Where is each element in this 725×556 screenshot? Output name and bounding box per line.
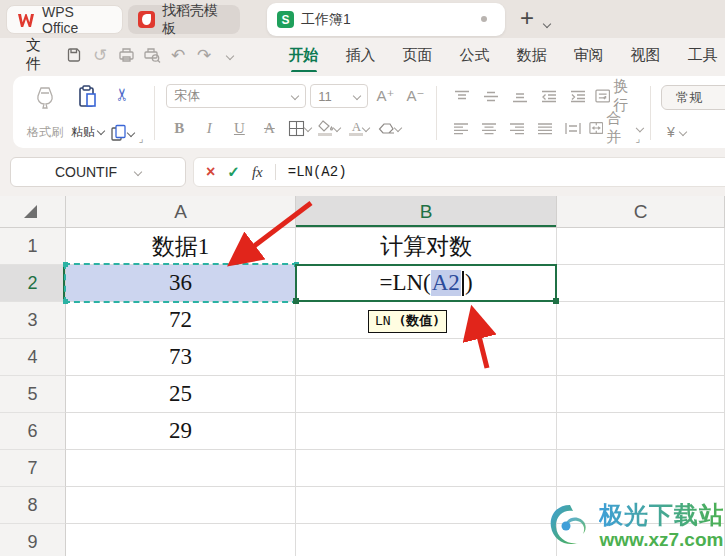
merge-cells-button[interactable]: 合并 [589, 116, 642, 140]
currency-format-button[interactable]: ¥ [661, 124, 725, 140]
cut-button[interactable]: ✂ [112, 83, 133, 107]
align-right-button[interactable] [505, 116, 529, 140]
cell-A2[interactable]: 36 [66, 265, 296, 302]
divider [275, 164, 276, 180]
align-middle-button[interactable] [478, 84, 503, 108]
fill-handle[interactable] [553, 298, 559, 304]
insert-function-button[interactable]: fx [252, 164, 263, 181]
decrease-font-button[interactable]: A⁻ [402, 84, 428, 108]
column-header-B[interactable]: B [296, 196, 557, 228]
cell-C1[interactable] [557, 228, 725, 265]
eraser-button[interactable] [376, 116, 402, 140]
fill-color-button[interactable] [316, 116, 342, 140]
paste-button[interactable]: 粘贴 [67, 82, 108, 144]
print-icon[interactable] [113, 47, 139, 63]
row-header-5[interactable]: 5 [0, 376, 66, 413]
formula-input[interactable]: =LN(A2) [288, 164, 347, 180]
cell-C6[interactable] [557, 413, 725, 450]
confirm-entry-button[interactable]: ✓ [227, 163, 240, 181]
cell-A6[interactable]: 29 [66, 413, 296, 450]
cell-A3[interactable]: 72 [66, 302, 296, 339]
align-center-button[interactable] [477, 116, 501, 140]
tab-home[interactable]: 开始 [275, 46, 332, 65]
font-name-select[interactable]: 宋体 [166, 84, 306, 108]
align-bottom-button[interactable] [507, 84, 532, 108]
cell-C7[interactable] [557, 450, 725, 487]
row-header-1[interactable]: 1 [0, 228, 66, 265]
cell-C5[interactable] [557, 376, 725, 413]
cell-A5[interactable]: 25 [66, 376, 296, 413]
redo-icon[interactable]: ↷ [191, 45, 217, 66]
align-top-button[interactable] [449, 84, 474, 108]
column-header-A[interactable]: A [66, 196, 296, 228]
row-header-2[interactable]: 2 [0, 265, 66, 302]
tab-view[interactable]: 视图 [617, 46, 674, 65]
tab-workbook1[interactable]: S 工作簿1 [267, 3, 505, 36]
cell-A1[interactable]: 数据1 [66, 228, 296, 265]
tab-formulas[interactable]: 公式 [446, 46, 503, 65]
cell-C2[interactable] [557, 265, 725, 302]
cell-C3[interactable] [557, 302, 725, 339]
number-format-select[interactable]: 常规 [661, 85, 725, 110]
format-painter-button[interactable]: 格式刷 [23, 82, 67, 144]
cell-B8[interactable] [296, 487, 557, 524]
increase-font-button[interactable]: A⁺ [372, 84, 398, 108]
alignment-dialog-launcher-icon[interactable]: ⌟ [635, 133, 640, 144]
print-preview-icon[interactable] [139, 47, 165, 63]
cell-B7[interactable] [296, 450, 557, 487]
tab-list-chevron-icon[interactable] [544, 15, 550, 33]
cell-B6[interactable] [296, 413, 557, 450]
cell-A7[interactable] [66, 450, 296, 487]
name-box[interactable]: COUNTIF [10, 157, 186, 187]
cell-B2-edit-box[interactable]: =LN(A2) [295, 264, 557, 302]
decrease-indent-button[interactable] [537, 84, 562, 108]
row-header-7[interactable]: 7 [0, 450, 66, 487]
merge-cells-icon [589, 121, 604, 135]
row-header-6[interactable]: 6 [0, 413, 66, 450]
tab-page[interactable]: 页面 [389, 46, 446, 65]
underline-button[interactable]: U [226, 116, 252, 140]
site-watermark: 极光下载站 www.xz7.com [545, 499, 724, 551]
cancel-entry-button[interactable]: × [206, 163, 215, 181]
new-tab-button[interactable]: + [514, 4, 540, 32]
strikethrough-button[interactable]: A [256, 116, 282, 140]
tab-review[interactable]: 审阅 [560, 46, 617, 65]
cell-C4[interactable] [557, 339, 725, 376]
tab-data[interactable]: 数据 [503, 46, 560, 65]
borders-button[interactable] [286, 116, 312, 140]
cell-A9[interactable] [66, 524, 296, 556]
tab-tools[interactable]: 工具 [674, 46, 725, 65]
cell-B1[interactable]: 计算对数 [296, 228, 557, 265]
quickbar-more-chevron-icon[interactable] [217, 47, 243, 64]
row-header-9[interactable]: 9 [0, 524, 66, 556]
undo-icon[interactable]: ↶ [165, 45, 191, 66]
bold-button[interactable]: B [166, 116, 192, 140]
row-header-3[interactable]: 3 [0, 302, 66, 339]
tab-insert[interactable]: 插入 [332, 46, 389, 65]
cell-A8[interactable] [66, 487, 296, 524]
row-header-8[interactable]: 8 [0, 487, 66, 524]
cell-B4[interactable] [296, 339, 557, 376]
cell-B9[interactable] [296, 524, 557, 556]
file-menu[interactable]: 文件 [26, 36, 41, 74]
font-size-select[interactable]: 11 [310, 84, 368, 108]
font-color-button[interactable]: A [346, 116, 372, 140]
select-all-corner[interactable] [0, 196, 66, 228]
formula-suffix: ) [465, 270, 473, 296]
row-header-4[interactable]: 4 [0, 339, 66, 376]
export-pdf-icon[interactable]: ↺ [87, 45, 113, 66]
align-left-button[interactable] [449, 116, 473, 140]
distribute-button[interactable] [561, 116, 585, 140]
clipboard-dialog-launcher-icon[interactable]: ⌟ [139, 133, 144, 144]
save-icon[interactable] [61, 47, 87, 63]
copy-button[interactable] [110, 124, 134, 142]
italic-button[interactable]: I [196, 116, 222, 140]
tab-docer-template[interactable]: 找稻壳模板 [128, 5, 240, 34]
cell-A4[interactable]: 73 [66, 339, 296, 376]
justify-button[interactable] [533, 116, 557, 140]
cell-B5[interactable] [296, 376, 557, 413]
tab-wps-office[interactable]: WPS Office [6, 5, 123, 34]
column-header-C[interactable]: C [557, 196, 725, 228]
wrap-text-button[interactable]: 换行 [595, 84, 642, 108]
increase-indent-button[interactable] [566, 84, 591, 108]
